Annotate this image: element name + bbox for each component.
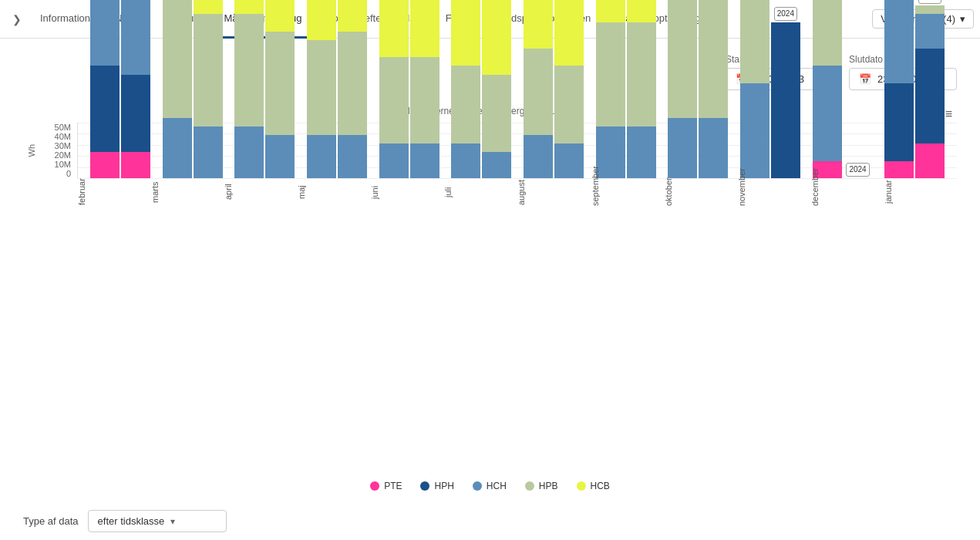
chevron-down-icon: ▾	[960, 13, 965, 25]
bottom-row: Type af data efter tidsklasse ▾	[23, 510, 957, 532]
month-group-juni: 20232024	[373, 0, 446, 178]
bar-segment-HCB	[338, 0, 367, 32]
month-group-oktober: 20232024	[662, 0, 734, 178]
bar-segment-HPB	[194, 14, 223, 127]
bar-segment-HCB	[524, 0, 553, 49]
legend-dot-HCH	[473, 481, 482, 491]
y-axis: 50M40M30M20M10M0	[40, 123, 77, 178]
bar-col-marts-2023: 2023	[163, 0, 192, 178]
legend-item-HCH: HCH	[473, 481, 507, 491]
bar-segment-HCH	[884, 0, 914, 83]
chart-legend: PTEHPHHCHHPBHCB	[23, 481, 957, 491]
bar-segment-HCH	[121, 0, 150, 75]
bar-segment-HCB	[482, 0, 511, 75]
bar-segment-HCH	[163, 118, 192, 178]
bar-segment-HCH	[265, 135, 295, 178]
bar-col-september-2023: 2023	[596, 0, 625, 178]
bar-segment-HCB	[265, 0, 295, 32]
month-group-november: 20232024	[734, 0, 807, 178]
bar-segment-HCH	[379, 143, 409, 178]
legend-label-HCH: HCH	[487, 481, 507, 491]
bar-segment-HPB	[451, 66, 480, 143]
bar-segment-HPB	[740, 0, 770, 83]
bar-segment-HCH	[699, 118, 728, 178]
month-group-februar: 20232024	[84, 0, 157, 178]
y-tick: 30M	[55, 141, 71, 150]
bar-segment-HPB	[915, 5, 945, 14]
bar-segment-HPB	[524, 49, 553, 135]
bar-segment-HCH	[90, 0, 120, 66]
bar-segment-HCH	[740, 83, 770, 178]
bar-col-marts-2024: 2024	[194, 0, 223, 178]
month-group-september: 20232024	[590, 0, 662, 178]
y-tick: 10M	[55, 160, 71, 169]
bar-segment-HPH	[915, 49, 945, 143]
legend-label-PTE: PTE	[384, 481, 402, 491]
month-group-juli: 20232024	[445, 0, 517, 178]
bar-segment-HPB	[627, 22, 656, 126]
x-label-august: august	[517, 178, 590, 209]
bar-col-maj-2024: 2024	[338, 0, 367, 178]
bar-col-december-2023: 2023	[813, 0, 842, 178]
bar-segment-HCB	[451, 0, 480, 66]
bar-year-label: 2024	[918, 0, 941, 4]
bar-segment-HCB	[234, 0, 264, 14]
bar-segment-PTE	[915, 143, 945, 178]
legend-label-HPH: HPH	[434, 481, 453, 491]
legend-item-PTE: PTE	[370, 481, 402, 491]
bar-col-maj-2023: 2023	[307, 0, 336, 178]
month-group-marts: 20232024	[157, 0, 229, 178]
bar-col-juni-2023: 2023	[379, 0, 409, 178]
bar-segment-PTE	[884, 161, 914, 178]
legend-label-HCB: HCB	[591, 481, 610, 491]
bar-segment-HCH	[194, 127, 223, 178]
y-tick: 0	[66, 169, 71, 178]
bar-segment-HCH	[524, 135, 553, 178]
bar-segment-HCH	[915, 14, 945, 49]
legend-dot-PTE	[370, 481, 379, 491]
bar-segment-HCH	[627, 127, 656, 178]
bar-col-april-2023: 2023	[234, 0, 264, 178]
bar-segment-HCH	[813, 66, 842, 160]
data-type-select[interactable]: efter tidsklasse ▾	[88, 510, 227, 532]
bar-segment-HCB	[410, 0, 439, 57]
bar-col-november-2024: 2024	[771, 7, 800, 178]
bar-col-december-2024: 2024	[844, 163, 873, 178]
bar-segment-HCH	[596, 127, 625, 178]
bar-segment-HPB	[234, 14, 264, 127]
bar-segment-HPB	[338, 32, 367, 135]
x-label-marts: marts	[150, 178, 224, 209]
bar-segment-HPB	[699, 0, 728, 118]
y-axis-label: Wh	[27, 144, 36, 157]
y-tick: 50M	[55, 123, 71, 132]
bar-segment-HPH	[90, 66, 120, 152]
bar-segment-HCB	[194, 0, 223, 14]
legend-dot-HPB	[525, 481, 534, 491]
bar-segment-HPB	[596, 22, 625, 126]
bar-segment-HPB	[482, 75, 511, 153]
bar-segment-HCH	[234, 127, 264, 178]
bar-col-februar-2023: 2023	[90, 0, 120, 178]
nav-arrow-left[interactable]: ❯	[6, 8, 28, 30]
bar-segment-PTE	[121, 152, 150, 178]
bar-segment-HPB	[163, 0, 192, 118]
month-group-december: 20232024	[807, 0, 879, 178]
month-group-januar: 20232024	[878, 0, 951, 178]
bar-segment-HPB	[379, 57, 409, 143]
x-label-september: september	[591, 178, 664, 209]
legend-item-HCB: HCB	[577, 481, 610, 491]
x-label-juni: juni	[370, 178, 443, 209]
y-tick: 40M	[55, 132, 71, 141]
bar-col-juni-2024: 2024	[410, 0, 439, 178]
bar-year-label: 2024	[774, 7, 797, 21]
x-label-november: november	[737, 178, 810, 209]
legend-item-HPH: HPH	[420, 481, 453, 491]
bar-segment-HCB	[307, 0, 336, 40]
bar-col-oktober-2023: 2023	[668, 0, 697, 178]
month-group-august: 20232024	[517, 0, 590, 178]
bar-col-juli-2023: 2023	[451, 0, 480, 178]
legend-dot-HPH	[420, 481, 429, 491]
bar-segment-HCB	[554, 0, 584, 66]
x-label-april: april	[224, 178, 297, 209]
y-tick: 20M	[55, 150, 71, 160]
